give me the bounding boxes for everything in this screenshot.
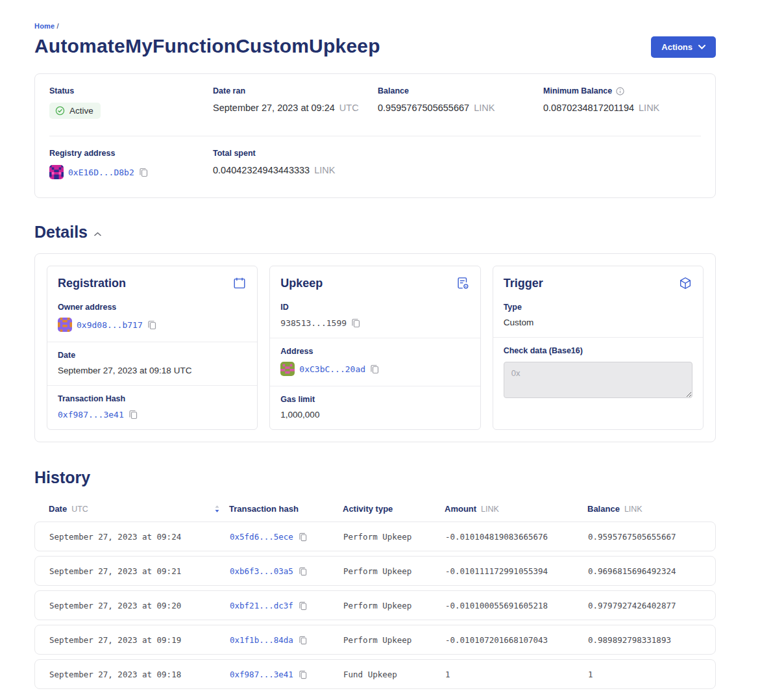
details-heading-text: Details xyxy=(34,223,88,242)
breadcrumb-home-link[interactable]: Home xyxy=(34,22,55,30)
copy-icon[interactable] xyxy=(351,318,361,328)
check-data-input[interactable] xyxy=(504,362,692,398)
history-heading-text: History xyxy=(34,468,90,487)
copy-icon[interactable] xyxy=(299,566,308,576)
min-balance-value: 0.0870234817201194 xyxy=(543,103,634,113)
row-amount: 1 xyxy=(445,670,588,679)
owner-identicon xyxy=(58,318,72,332)
column-tx-label: Transaction hash xyxy=(229,504,299,514)
registration-tx-link[interactable]: 0xf987...3e41 xyxy=(58,410,124,420)
copy-icon[interactable] xyxy=(299,601,308,610)
summary-card: Status Active Date ran September 27, 202… xyxy=(34,73,716,198)
registration-date-label: Date xyxy=(58,351,247,360)
copy-icon[interactable] xyxy=(299,532,308,542)
upkeep-address-group: Address 0xC3bC...20ad xyxy=(270,338,480,386)
row-amount: -0.010111172991055394 xyxy=(445,566,588,576)
table-row: September 27, 2023 at 09:19 0x1f1b...84d… xyxy=(34,625,716,655)
min-balance-unit: LINK xyxy=(639,103,659,113)
column-balance-label: Balance xyxy=(587,504,620,514)
registration-card: Registration Owner address 0x9d08...b717… xyxy=(47,266,258,430)
row-activity-type: Perform Upkeep xyxy=(343,566,445,576)
info-icon[interactable] xyxy=(616,87,624,95)
row-balance: 0.9797927426402877 xyxy=(588,601,701,610)
row-date: September 27, 2023 at 09:19 xyxy=(49,635,230,645)
copy-icon[interactable] xyxy=(299,670,308,679)
row-tx-link[interactable]: 0xbf21...dc3f xyxy=(230,601,293,610)
copy-icon[interactable] xyxy=(299,635,308,645)
table-row: September 27, 2023 at 09:24 0x5fd6...5ec… xyxy=(34,521,716,551)
actions-button[interactable]: Actions xyxy=(651,36,716,58)
row-tx-link[interactable]: 0x5fd6...5ece xyxy=(230,532,293,542)
column-date-label: Date xyxy=(49,504,67,514)
details-panel: Registration Owner address 0x9d08...b717… xyxy=(34,253,716,442)
status-label: Status xyxy=(49,86,213,95)
chevron-up-icon[interactable] xyxy=(94,232,101,236)
upkeep-title: Upkeep xyxy=(280,277,323,290)
row-tx-link[interactable]: 0xb6f3...03a5 xyxy=(230,566,293,576)
upkeep-address-identicon xyxy=(280,362,295,376)
column-date[interactable]: Date UTC xyxy=(49,504,229,514)
owner-address-link[interactable]: 0x9d08...b717 xyxy=(77,320,143,330)
breadcrumb: Home/ xyxy=(34,22,716,30)
row-amount: -0.010107201668107043 xyxy=(445,635,588,645)
row-activity-type: Fund Upkeep xyxy=(343,670,445,679)
upkeep-card: Upkeep ID 938513...1599 Address 0x xyxy=(269,266,480,430)
row-amount: -0.010104819083665676 xyxy=(445,532,588,542)
balance-unit: LINK xyxy=(474,103,495,113)
row-tx-link[interactable]: 0xf987...3e41 xyxy=(230,670,293,679)
date-ran-tz: UTC xyxy=(339,103,359,113)
row-date: September 27, 2023 at 09:21 xyxy=(49,566,230,576)
page-container: Home/ AutomateMyFunctionCustomUpkeep Act… xyxy=(34,0,716,691)
column-activity-label: Activity type xyxy=(343,504,393,514)
transaction-hash-group: Transaction Hash 0xf987...3e41 xyxy=(47,385,257,429)
row-tx-link[interactable]: 0x1f1b...84da xyxy=(230,635,293,645)
balance-value: 0.9595767505655667 xyxy=(378,103,469,113)
breadcrumb-separator: / xyxy=(56,22,58,30)
row-balance: 1 xyxy=(588,670,701,679)
trigger-title: Trigger xyxy=(504,277,543,290)
check-data-label: Check data (Base16) xyxy=(504,346,692,355)
copy-icon[interactable] xyxy=(139,167,149,177)
column-activity-type: Activity type xyxy=(343,504,445,514)
table-row: September 27, 2023 at 09:18 0xf987...3e4… xyxy=(34,659,716,689)
column-balance-unit: LINK xyxy=(624,505,643,514)
calendar-icon xyxy=(232,276,247,290)
check-circle-icon xyxy=(55,106,65,116)
cube-icon xyxy=(678,276,692,290)
status-badge: Active xyxy=(49,103,101,119)
row-activity-type: Perform Upkeep xyxy=(343,601,445,610)
registry-address-link[interactable]: 0xE16D...D8b2 xyxy=(68,168,134,177)
actions-button-label: Actions xyxy=(661,42,692,52)
chevron-down-icon xyxy=(698,45,705,49)
column-amount-label: Amount xyxy=(445,504,476,514)
owner-address-group: Owner address 0x9d08...b717 xyxy=(47,294,257,342)
total-spent-value: 0.04042324943443333 xyxy=(213,165,310,175)
registry-label: Registry address xyxy=(49,149,213,158)
trigger-type-group: Type Custom xyxy=(493,294,703,337)
history-rows: September 27, 2023 at 09:24 0x5fd6...5ec… xyxy=(34,521,716,689)
trigger-type-value: Custom xyxy=(504,318,534,327)
column-amount-unit: LINK xyxy=(481,505,499,514)
upkeep-address-link[interactable]: 0xC3bC...20ad xyxy=(299,364,365,374)
copy-icon[interactable] xyxy=(147,320,157,330)
row-date: September 27, 2023 at 09:18 xyxy=(49,670,230,679)
gas-limit-group: Gas limit 1,000,000 xyxy=(270,386,480,429)
column-date-unit: UTC xyxy=(71,505,88,514)
history-heading: History xyxy=(34,468,716,487)
sort-icon[interactable] xyxy=(214,505,220,513)
registry-field: Registry address 0xE16D...D8b2 xyxy=(49,149,213,179)
column-balance: Balance LINK xyxy=(587,504,702,514)
column-transaction-hash: Transaction hash xyxy=(229,504,343,514)
upkeep-id-label: ID xyxy=(280,303,469,312)
row-amount: -0.010100055691605218 xyxy=(445,601,588,610)
copy-icon[interactable] xyxy=(129,409,138,420)
column-amount: Amount LINK xyxy=(445,504,587,514)
row-balance: 0.9696815696492324 xyxy=(588,566,701,576)
status-field: Status Active xyxy=(49,86,213,119)
owner-address-label: Owner address xyxy=(58,303,247,312)
balance-field: Balance 0.9595767505655667LINK xyxy=(378,86,543,119)
table-row: September 27, 2023 at 09:21 0xb6f3...03a… xyxy=(34,556,716,586)
copy-icon[interactable] xyxy=(370,364,380,374)
upkeep-address-label: Address xyxy=(280,347,469,356)
upkeep-id-value: 938513...1599 xyxy=(280,318,347,328)
